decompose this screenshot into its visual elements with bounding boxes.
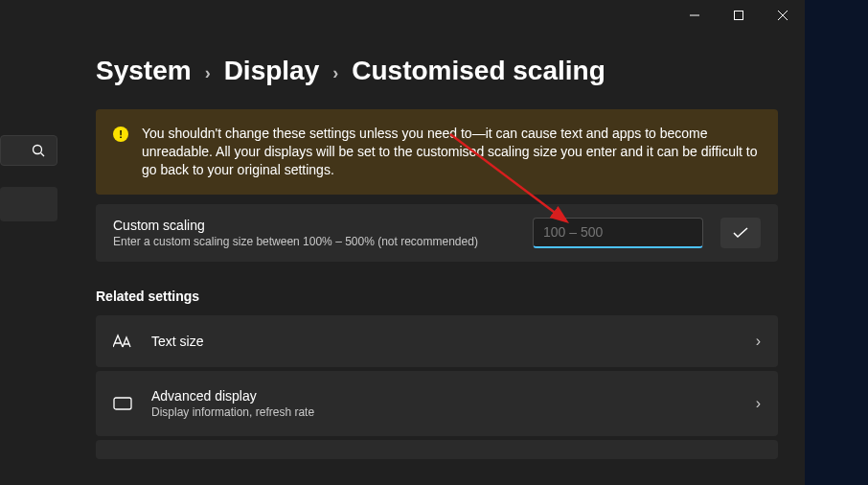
breadcrumb-display[interactable]: Display — [224, 56, 320, 86]
maximize-button[interactable] — [717, 0, 761, 31]
chevron-right-icon: › — [756, 333, 761, 350]
row-subtitle: Display information, refresh rate — [151, 405, 737, 419]
settings-window: System › Display › Customised scaling ! … — [0, 0, 805, 485]
svg-point-4 — [34, 146, 42, 154]
row-advanced-display[interactable]: Advanced display Display information, re… — [96, 371, 778, 436]
row-partial[interactable] — [96, 440, 778, 459]
custom-scaling-input[interactable] — [533, 218, 703, 248]
chevron-right-icon: › — [205, 63, 211, 83]
search-input[interactable] — [0, 135, 57, 166]
svg-rect-6 — [114, 398, 131, 409]
breadcrumb-system[interactable]: System — [96, 56, 192, 86]
row-title: Text size — [151, 334, 737, 349]
svg-rect-1 — [735, 12, 743, 20]
text-size-icon — [113, 334, 132, 349]
sidebar — [0, 0, 57, 485]
title-bar — [0, 0, 805, 31]
minimize-button[interactable] — [673, 0, 717, 31]
related-settings-heading: Related settings — [96, 289, 778, 304]
chevron-right-icon: › — [756, 395, 761, 412]
breadcrumb-current: Customised scaling — [352, 56, 605, 86]
sidebar-item-system[interactable] — [0, 187, 57, 221]
warning-banner: ! You shouldn't change these settings un… — [96, 109, 778, 195]
main-content: System › Display › Customised scaling ! … — [96, 56, 778, 463]
warning-text: You shouldn't change these settings unle… — [142, 125, 761, 179]
row-title: Advanced display — [151, 388, 737, 404]
display-icon — [113, 397, 132, 410]
custom-scaling-title: Custom scaling — [113, 218, 515, 233]
svg-line-5 — [41, 153, 45, 157]
chevron-right-icon: › — [332, 63, 338, 83]
custom-scaling-card: Custom scaling Enter a custom scaling si… — [96, 204, 778, 262]
warning-icon: ! — [113, 127, 128, 142]
apply-scaling-button[interactable] — [720, 218, 761, 248]
close-button[interactable] — [761, 0, 805, 31]
row-text-size[interactable]: Text size › — [96, 315, 778, 367]
custom-scaling-subtitle: Enter a custom scaling size between 100%… — [113, 235, 515, 248]
breadcrumb: System › Display › Customised scaling — [96, 56, 778, 86]
